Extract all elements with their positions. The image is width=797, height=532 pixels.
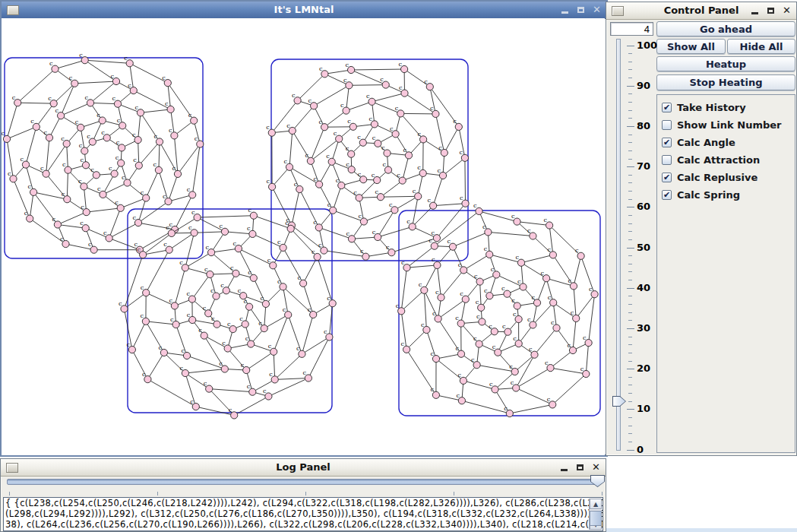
atom-label: c	[112, 95, 116, 102]
hide-all-button[interactable]: Hide All	[727, 39, 795, 54]
graph-edge	[272, 167, 289, 187]
atom-label: c	[248, 269, 251, 276]
graph-edge	[574, 256, 581, 287]
window-menu-icon[interactable]	[612, 6, 624, 16]
slider-tick	[628, 102, 632, 103]
graph-edge	[581, 256, 595, 294]
checkbox-label: Calc Angle	[677, 137, 735, 148]
atom-label: c	[318, 242, 322, 249]
atom-label: c	[267, 257, 271, 264]
graph-edge	[288, 315, 302, 354]
atom-label: c	[238, 287, 242, 294]
atom-label: c	[190, 398, 194, 405]
graph-edge	[515, 355, 535, 372]
checkbox-calc-attraction[interactable]	[662, 155, 672, 165]
history-slider-track[interactable]	[7, 479, 599, 485]
graph-edge	[535, 328, 557, 355]
atom-label: c	[170, 316, 174, 323]
minimize-button[interactable]	[558, 461, 571, 473]
graph-edge	[121, 198, 147, 208]
log-panel-titlebar[interactable]: Log Panel ✕	[1, 459, 606, 477]
slider-tick	[628, 255, 632, 256]
checkbox-row-calc-spring[interactable]: ✔ Calc Spring	[662, 188, 740, 201]
atom-label: c	[188, 224, 192, 231]
atom-label: c	[133, 214, 137, 221]
control-panel-window: Control Panel ✕ Go ahead Show All Hide A…	[606, 2, 797, 456]
slider-tick	[628, 377, 632, 378]
graph-edge	[192, 274, 210, 299]
graph-canvas[interactable]: cccccccccccccccccccccccccccccccccccccccc…	[2, 18, 605, 455]
atom-label: c	[583, 334, 587, 341]
stop-heating-button[interactable]: Stop Heating	[656, 74, 795, 90]
show-all-button[interactable]: Show All	[656, 39, 726, 54]
log-text-area[interactable]: { {c(L238,c(L254,c(L250,c(L246,c(L218,L2…	[3, 497, 603, 531]
graph-edge	[209, 389, 252, 392]
slider-tick	[628, 433, 632, 434]
atom-label: c	[292, 92, 296, 99]
scroll-up-button[interactable]: ▲	[590, 499, 602, 509]
checkbox-row-take-history[interactable]: ✔ Take History	[662, 101, 746, 113]
scrollbar-thumb[interactable]	[590, 511, 602, 526]
heatup-button[interactable]: Heatup	[656, 56, 795, 71]
atom-label: c	[399, 84, 403, 91]
checkbox-calc-replusive[interactable]: ✔	[662, 173, 672, 182]
graph-edge	[381, 196, 418, 197]
window-menu-icon[interactable]	[7, 5, 19, 15]
checkbox-calc-spring[interactable]: ✔	[662, 190, 672, 200]
atom-label: c	[90, 166, 94, 173]
atom-label: c	[191, 209, 195, 216]
atom-label: c	[277, 278, 281, 285]
graph-edge	[293, 106, 314, 131]
slider-tick	[628, 159, 632, 160]
graph-edge	[435, 211, 479, 246]
checkbox-take-history[interactable]: ✔	[662, 103, 672, 112]
checkbox-calc-angle[interactable]: ✔	[662, 138, 672, 147]
atom-label: c	[399, 61, 403, 68]
graph-edge	[210, 274, 236, 274]
slider-label: 90	[637, 80, 650, 91]
checkbox-row-show-link-number[interactable]: Show Link Number	[662, 119, 781, 131]
maximize-button[interactable]	[574, 4, 587, 15]
slider-tick	[628, 312, 632, 313]
atom-label: c	[115, 199, 119, 206]
close-button[interactable]: ✕	[780, 5, 793, 16]
graph-edge	[589, 294, 595, 343]
atom-label: c	[541, 270, 545, 277]
minimize-button[interactable]	[558, 4, 571, 15]
checkbox-row-calc-angle[interactable]: ✔ Calc Angle	[662, 136, 735, 148]
temperature-slider-thumb[interactable]	[612, 396, 626, 407]
slider-tick	[628, 78, 632, 78]
atom-label: c	[457, 372, 461, 378]
minimize-button[interactable]	[748, 5, 761, 16]
atom-label: c	[158, 344, 162, 351]
graph-edge	[319, 185, 333, 211]
graph-edge	[324, 70, 351, 74]
go-ahead-button[interactable]: Go ahead	[656, 21, 795, 36]
atom-label: c	[432, 310, 436, 317]
history-slider-scale	[1, 492, 607, 496]
graph-edge	[407, 246, 435, 268]
step-count-input[interactable]	[610, 22, 653, 36]
slider-tick	[628, 393, 632, 394]
checkbox-show-link-number[interactable]	[662, 120, 672, 130]
log-scrollbar[interactable]: ▲ ▼	[589, 499, 602, 530]
main-titlebar[interactable]: It's LMNtal ✕	[2, 2, 606, 19]
slider-tick	[627, 86, 634, 87]
atom-label: c	[12, 94, 16, 101]
close-button[interactable]: ✕	[590, 461, 602, 473]
temperature-slider-track[interactable]	[616, 39, 621, 451]
checkbox-row-calc-attraction[interactable]: Calc Attraction	[662, 154, 760, 166]
graph-edge	[574, 286, 576, 318]
history-slider-thumb[interactable]	[590, 475, 605, 487]
checkbox-row-calc-replusive[interactable]: ✔ Calc Replusive	[662, 171, 757, 183]
atom-label: c	[204, 380, 207, 387]
close-button[interactable]: ✕	[590, 4, 603, 15]
maximize-button[interactable]	[764, 5, 777, 16]
control-panel-titlebar[interactable]: Control Panel ✕	[606, 2, 796, 20]
scrollbar-track[interactable]	[590, 509, 602, 519]
atom-label: c	[397, 172, 400, 179]
window-menu-icon[interactable]	[6, 463, 18, 473]
graph-edge	[67, 170, 68, 200]
maximize-button[interactable]	[574, 461, 587, 473]
atom-label: c	[357, 134, 361, 141]
